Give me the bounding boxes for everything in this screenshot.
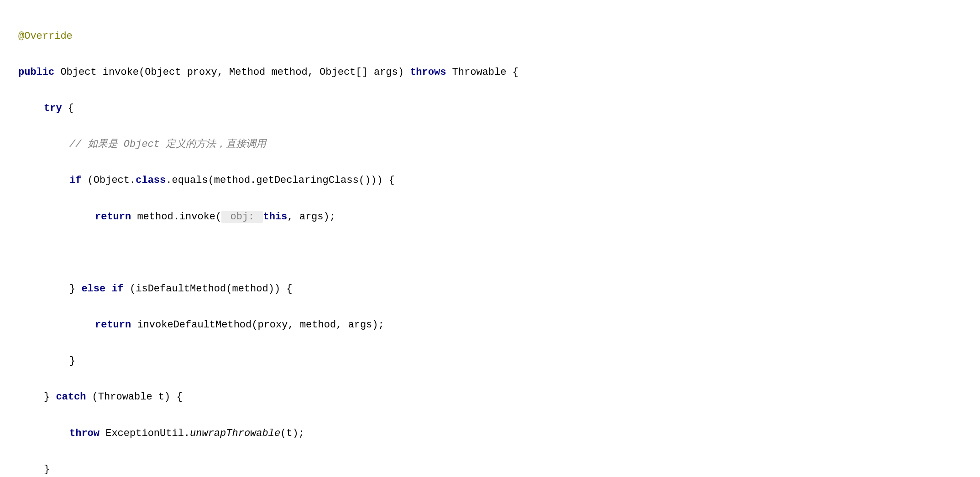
invoke-call-b: , args); (287, 211, 335, 223)
unwrap-throwable-call: unwrapThrowable (190, 428, 280, 439)
keyword-throw: throw (69, 428, 100, 439)
brace-open: { (62, 103, 74, 114)
code-block: @Override public Object invoke(Object pr… (18, 9, 962, 477)
keyword-throws: throws (410, 67, 446, 78)
brace-close: } (69, 283, 81, 295)
method-signature: Object invoke(Object proxy, Method metho… (54, 67, 410, 78)
code-line: throw ExceptionUtil.unwrapThrowable(t); (18, 425, 962, 443)
keyword-else-if: else if (81, 283, 123, 295)
if-condition-a: (Object. (81, 175, 136, 186)
keyword-public: public (18, 67, 54, 78)
code-line: } (18, 352, 962, 370)
keyword-return: return (95, 319, 131, 331)
code-line: @Override (18, 27, 962, 46)
if-condition-b: .equals(method.getDeclaringClass())) { (166, 175, 395, 186)
throw-call-b: (t); (280, 428, 304, 439)
code-line: } (18, 461, 962, 477)
brace-close: } (44, 391, 56, 403)
code-line: } catch (Throwable t) { (18, 388, 962, 406)
param-hint-obj: obj: (221, 211, 263, 223)
invoke-default-call: invokeDefaultMethod(proxy, method, args)… (131, 319, 384, 331)
invoke-call-a: method.invoke( (131, 211, 221, 223)
comment-object-method: // 如果是 Object 定义的方法，直接调用 (69, 139, 266, 150)
keyword-try: try (44, 103, 62, 114)
keyword-class: class (136, 175, 166, 186)
code-line: public Object invoke(Object proxy, Metho… (18, 63, 962, 82)
brace-close: } (69, 355, 75, 367)
keyword-if: if (69, 175, 81, 186)
throw-call-a: ExceptionUtil. (100, 428, 190, 439)
brace-close: } (44, 464, 50, 475)
code-line: // 如果是 Object 定义的方法，直接调用 (18, 135, 962, 154)
annotation-override: @Override (18, 31, 73, 42)
code-line: return invokeDefaultMethod(proxy, method… (18, 316, 962, 334)
code-line: if (Object.class.equals(method.getDeclar… (18, 171, 962, 190)
code-line: return method.invoke( obj: this, args); (18, 208, 962, 226)
elseif-condition: (isDefaultMethod(method)) { (124, 283, 293, 295)
code-line: try { (18, 99, 962, 118)
throws-type: Throwable { (446, 67, 518, 78)
keyword-return: return (95, 211, 131, 223)
keyword-this: this (263, 211, 287, 223)
code-line: } else if (isDefaultMethod(method)) { (18, 280, 962, 298)
blank-line (18, 244, 962, 262)
catch-condition: (Throwable t) { (86, 391, 182, 403)
keyword-catch: catch (56, 391, 86, 403)
